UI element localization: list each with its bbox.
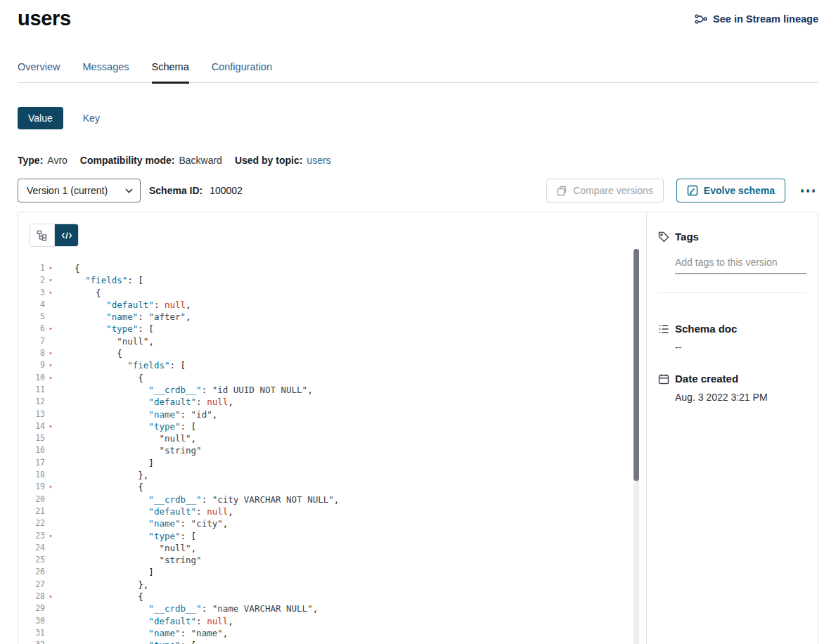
code-line: 10▾ { bbox=[30, 372, 646, 384]
date-created-value: Aug. 3 2022 3:21 PM bbox=[675, 392, 806, 403]
fold-spacer bbox=[45, 615, 56, 627]
schema-sidebar: Tags Schema doc -- bbox=[646, 212, 818, 644]
line-number: 26 bbox=[30, 566, 45, 578]
line-number: 25 bbox=[30, 554, 45, 566]
fold-toggle-icon[interactable]: ▾ bbox=[45, 323, 56, 335]
line-number: 6 bbox=[30, 323, 45, 335]
code-text: "__crdb__": "name VARCHAR NULL", bbox=[75, 603, 318, 614]
tab-configuration[interactable]: Configuration bbox=[212, 61, 272, 82]
line-number: 11 bbox=[30, 384, 45, 396]
schema-doc-section: Schema doc -- bbox=[658, 323, 806, 353]
line-number: 7 bbox=[30, 335, 45, 347]
fold-toggle-icon[interactable]: ▾ bbox=[45, 372, 56, 384]
code-line: 9▾ "fields": [ bbox=[30, 359, 646, 371]
type-value: Avro bbox=[47, 155, 67, 166]
stream-lineage-link[interactable]: See in Stream lineage bbox=[695, 13, 818, 25]
code-text: "type": [ bbox=[75, 639, 196, 644]
fold-spacer bbox=[45, 444, 56, 456]
key-toggle-button[interactable]: Key bbox=[83, 112, 100, 124]
code-line: 25 "string" bbox=[30, 554, 646, 566]
fold-spacer bbox=[45, 299, 56, 311]
topic-link[interactable]: users bbox=[307, 155, 330, 166]
code-line: 15 "null", bbox=[30, 432, 646, 444]
version-select[interactable]: Version 1 (current) bbox=[18, 179, 141, 202]
code-line: 24 "null", bbox=[30, 542, 646, 554]
line-number: 5 bbox=[30, 311, 45, 323]
tab-schema[interactable]: Schema bbox=[152, 61, 189, 82]
code-line: 1▾{ bbox=[30, 262, 646, 274]
fold-toggle-icon[interactable]: ▾ bbox=[45, 347, 56, 359]
code-text: "null", bbox=[75, 432, 196, 444]
schema-doc-value: -- bbox=[675, 342, 806, 353]
code-text: "default": null, bbox=[75, 615, 233, 627]
version-select-value: Version 1 (current) bbox=[27, 185, 108, 196]
code-text: { bbox=[75, 347, 122, 359]
line-number: 12 bbox=[30, 396, 45, 408]
code-line: 27 }, bbox=[30, 579, 646, 591]
line-number: 22 bbox=[30, 517, 45, 529]
schema-editor: 1▾{2▾ "fields": [3▾ {4 "default": null,5… bbox=[18, 212, 646, 644]
schema-meta: Type: Avro Compatibility mode: Backward … bbox=[18, 155, 818, 166]
date-created-heading: Date created bbox=[658, 373, 806, 385]
tree-view-button[interactable] bbox=[30, 224, 54, 246]
evolve-schema-button[interactable]: Evolve schema bbox=[676, 179, 785, 202]
editor-scrollbar-track bbox=[634, 249, 639, 644]
code-text: "string" bbox=[75, 554, 202, 566]
fold-spacer bbox=[45, 603, 56, 614]
compatibility-value: Backward bbox=[179, 155, 221, 166]
compare-versions-button[interactable]: Compare versions bbox=[546, 179, 664, 202]
fold-toggle-icon[interactable]: ▾ bbox=[45, 359, 56, 371]
page: users See in Stream lineage Overview Mes… bbox=[0, 0, 836, 644]
fold-spacer bbox=[45, 554, 56, 566]
line-number: 4 bbox=[30, 299, 45, 311]
line-number: 2 bbox=[30, 274, 45, 286]
code-text: "type": [ bbox=[75, 323, 154, 335]
fold-toggle-icon[interactable]: ▾ bbox=[45, 481, 56, 493]
compare-icon bbox=[557, 186, 567, 196]
sidebar-divider bbox=[658, 292, 806, 293]
fold-toggle-icon[interactable]: ▾ bbox=[45, 639, 56, 644]
code-text: "fields": [ bbox=[75, 359, 186, 371]
fold-spacer bbox=[45, 396, 56, 408]
fold-spacer bbox=[45, 432, 56, 444]
code-line: 2▾ "fields": [ bbox=[30, 274, 646, 286]
add-tags-input[interactable] bbox=[675, 257, 806, 274]
line-number: 8 bbox=[30, 347, 45, 359]
code-text: "null", bbox=[75, 335, 154, 347]
code-line: 8▾ { bbox=[30, 347, 646, 359]
schema-kind-toggle: Value Key bbox=[18, 107, 818, 129]
fold-spacer bbox=[45, 457, 56, 469]
fold-spacer bbox=[45, 579, 56, 591]
line-number: 13 bbox=[30, 408, 45, 420]
code-line: 29 "__crdb__": "name VARCHAR NULL", bbox=[30, 603, 646, 614]
code-line: 3▾ { bbox=[30, 287, 646, 299]
fold-toggle-icon[interactable]: ▾ bbox=[45, 530, 56, 542]
calendar-icon bbox=[658, 373, 669, 385]
fold-toggle-icon[interactable]: ▾ bbox=[45, 262, 56, 274]
edit-schema-icon bbox=[687, 185, 698, 196]
fold-toggle-icon[interactable]: ▾ bbox=[45, 420, 56, 432]
code-line: 14▾ "type": [ bbox=[30, 420, 646, 432]
fold-toggle-icon[interactable]: ▾ bbox=[45, 274, 56, 286]
more-actions-button[interactable]: ⋯ bbox=[798, 182, 818, 199]
code-text: ] bbox=[75, 566, 154, 578]
code-view-button[interactable] bbox=[54, 224, 78, 246]
fold-toggle-icon[interactable]: ▾ bbox=[45, 591, 56, 603]
tab-messages[interactable]: Messages bbox=[82, 61, 129, 82]
fold-toggle-icon[interactable]: ▾ bbox=[45, 287, 56, 299]
code-text: "type": [ bbox=[75, 420, 196, 432]
code-text: }, bbox=[75, 579, 148, 591]
code-text: "name": "city", bbox=[75, 517, 228, 529]
fold-spacer bbox=[45, 408, 56, 420]
line-number: 27 bbox=[30, 579, 45, 591]
code-text: "default": null, bbox=[75, 299, 191, 311]
code-line: 11 "__crdb__": "id UUID NOT NULL", bbox=[30, 384, 646, 396]
editor-scrollbar-thumb[interactable] bbox=[634, 249, 639, 481]
tab-bar: Overview Messages Schema Configuration bbox=[18, 61, 818, 83]
stream-lineage-label: See in Stream lineage bbox=[713, 13, 818, 25]
value-toggle-button[interactable]: Value bbox=[18, 107, 63, 129]
tab-overview[interactable]: Overview bbox=[18, 61, 60, 82]
code-text: "name": "after", bbox=[75, 311, 191, 323]
type-label: Type: bbox=[18, 155, 43, 166]
code-text: "string" bbox=[75, 444, 202, 456]
